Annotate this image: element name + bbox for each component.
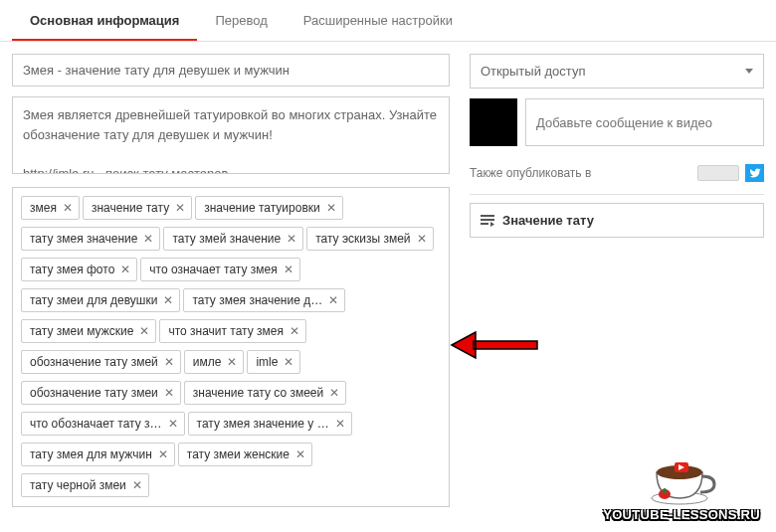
tag-chip[interactable]: тату черной змеи✕ [21,473,149,497]
close-icon[interactable]: ✕ [132,478,142,492]
tag-chip[interactable]: имле✕ [184,350,245,374]
close-icon[interactable]: ✕ [290,324,299,338]
tag-text: имле [193,355,222,369]
svg-point-9 [663,488,667,494]
close-icon[interactable]: ✕ [164,386,174,400]
tag-text: тату змея значение у … [197,417,329,431]
share-row: Также опубликовать в [470,160,764,195]
close-icon[interactable]: ✕ [143,232,153,246]
tag-chip[interactable]: тату змея фото✕ [21,258,137,281]
close-icon[interactable]: ✕ [295,447,305,461]
close-icon[interactable]: ✕ [175,201,185,215]
close-icon[interactable]: ✕ [163,293,173,307]
svg-rect-2 [481,223,488,225]
close-icon[interactable]: ✕ [284,263,293,276]
description-input[interactable]: Змея является древнейшей татуировкой во … [12,96,450,174]
tag-chip[interactable]: обозначение тату змей✕ [21,350,181,374]
playlist-button[interactable]: Значение тату [470,203,764,238]
watermark-logo: YOUTUBE-LESSONS.RU [603,452,760,522]
tag-chip[interactable]: тату змеи женские✕ [178,443,312,466]
twitter-icon[interactable] [745,164,764,182]
dropdown-caret-icon [745,69,753,74]
tab-basic-info[interactable]: Основная информация [12,0,197,41]
close-icon[interactable]: ✕ [227,355,237,369]
close-icon[interactable]: ✕ [329,386,339,400]
tag-text: тату черной змеи [30,478,126,492]
privacy-label: Открытый доступ [481,64,585,79]
close-icon[interactable]: ✕ [328,293,338,307]
tag-chip[interactable]: тату змей значение✕ [163,227,303,251]
tag-text: тату змея для мужчин [30,447,152,461]
tag-chip[interactable]: imle✕ [247,350,300,374]
right-column: Открытый доступ Также опубликовать в Зна… [470,54,764,507]
tag-text: тату змея значение д… [192,293,322,307]
playlist-label: Значение тату [502,213,594,228]
tag-chip[interactable]: значение татуировки✕ [195,196,343,220]
close-icon[interactable]: ✕ [417,232,427,246]
left-column: Змея является древнейшей татуировкой во … [12,54,450,507]
tag-text: тату змеи женские [187,447,290,461]
close-icon[interactable]: ✕ [168,417,178,431]
tag-chip[interactable]: тату змея для мужчин✕ [21,443,175,466]
tag-chip[interactable]: тату эскизы змей✕ [306,227,433,251]
tag-text: тату змеи для девушки [30,293,157,307]
tag-chip[interactable]: тату змеи для девушки✕ [21,288,180,312]
svg-rect-0 [481,215,494,217]
close-icon[interactable]: ✕ [326,201,336,215]
tag-chip[interactable]: значение тату со змеей✕ [184,381,346,405]
close-icon[interactable]: ✕ [139,324,149,338]
tag-text: значение тату со змеей [193,386,323,400]
share-message-input[interactable] [525,98,764,146]
playlist-add-icon [481,215,494,227]
tag-text: тату змей значение [172,232,281,246]
tag-chip[interactable]: змея✕ [21,196,80,220]
tag-chip[interactable]: тату змея значение д…✕ [183,288,345,312]
close-icon[interactable]: ✕ [335,417,345,431]
content-area: Змея является древнейшей татуировкой во … [0,42,776,519]
tag-chip[interactable]: что обозначает тату з…✕ [21,412,185,436]
tags-box[interactable]: змея✕значение тату✕значение татуировки✕т… [12,187,450,507]
tag-text: что означает тату змея [149,263,277,276]
tag-text: что значит тату змея [168,324,284,338]
tag-chip[interactable]: тату змея значение у …✕ [188,412,352,436]
annotation-arrow [450,328,539,366]
tag-text: тату эскизы змей [315,232,410,246]
close-icon[interactable]: ✕ [284,355,293,369]
share-icons [697,164,764,182]
tabs-bar: Основная информация Перевод Расширенные … [0,0,776,42]
tag-text: обозначение тату змеи [30,386,158,400]
close-icon[interactable]: ✕ [287,232,296,246]
tag-chip[interactable]: обозначение тату змеи✕ [21,381,181,405]
video-thumbnail [470,98,517,146]
close-icon[interactable]: ✕ [158,447,168,461]
tag-text: imle [256,355,278,369]
tag-chip[interactable]: что значит тату змея✕ [159,319,306,343]
tag-text: тату змеи мужские [30,324,133,338]
share-label: Также опубликовать в [470,166,591,180]
tab-translation[interactable]: Перевод [197,0,285,41]
svg-rect-1 [481,219,494,221]
tag-text: значение тату [92,201,169,215]
thumbnail-message-row [470,98,764,146]
privacy-dropdown[interactable]: Открытый доступ [470,54,764,89]
tag-text: тату змея фото [30,263,114,276]
tag-chip[interactable]: тату змеи мужские✕ [21,319,156,343]
tag-text: змея [30,201,57,215]
close-icon[interactable]: ✕ [120,263,130,276]
svg-marker-3 [490,222,494,227]
tag-chip[interactable]: что означает тату змея✕ [140,258,299,281]
share-toggle[interactable] [697,165,739,181]
close-icon[interactable]: ✕ [63,201,73,215]
title-input[interactable] [12,54,450,87]
tag-text: что обозначает тату з… [30,417,162,431]
tag-text: обозначение тату змей [30,355,158,369]
tag-text: тату змея значение [30,232,137,246]
tag-text: значение татуировки [204,201,320,215]
close-icon[interactable]: ✕ [164,355,174,369]
tab-advanced[interactable]: Расширенные настройки [286,0,471,41]
watermark-text: YOUTUBE-LESSONS.RU [603,507,760,522]
tag-chip[interactable]: тату змея значение✕ [21,227,160,251]
tag-chip[interactable]: значение тату✕ [83,196,192,220]
